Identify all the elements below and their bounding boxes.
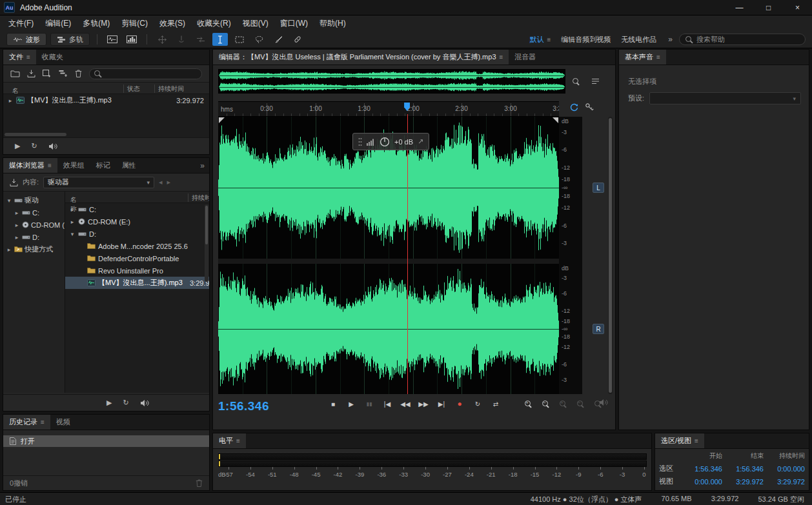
zoom-in-button[interactable]: + [522,398,534,410]
vertical-zoom-scrollbar[interactable] [608,117,613,394]
panel-menu-icon[interactable]: ≡ [236,437,240,444]
menu-item[interactable]: 剪辑(C) [116,16,154,31]
skip-selection-button[interactable]: ⇄ [489,398,502,410]
fade-out-handle[interactable] [553,117,558,123]
workspace-overflow-icon[interactable]: » [664,35,676,44]
workspace-menu-icon[interactable]: ≡ [547,36,551,43]
stop-button[interactable]: ■ [327,398,340,410]
tab-levels[interactable]: 电平 ≡ [213,433,246,448]
volume-knob-icon[interactable] [380,137,390,147]
expander-icon[interactable]: ▸ [14,210,20,216]
lasso-selection-tool[interactable] [251,33,267,46]
forward-icon[interactable]: ▸ [167,177,171,188]
column-duration[interactable]: 持续时间 [192,193,209,203]
media-row[interactable]: DefenderControlrPortable [65,252,209,264]
media-tree-item[interactable]: ▾驱动 [3,194,65,206]
preview-play-button[interactable]: ▶ [15,142,20,150]
waveform-editor-button[interactable]: 波形 [6,33,46,46]
time-value[interactable]: 1:56.346 [722,465,764,473]
zoom-out-point-button[interactable]: − [574,398,587,410]
range-zoom-icon[interactable] [569,75,582,87]
time-value[interactable]: 0:00.000 [764,465,805,473]
tab-essential-sound[interactable]: 基本声音 ≡ [619,50,666,64]
auto-play-speaker-icon[interactable] [48,141,58,152]
import-file-icon[interactable] [27,68,36,79]
play-button[interactable]: ▶ [345,398,358,410]
time-value[interactable]: 1:56.346 [681,465,722,473]
skip-to-end-button[interactable]: ▶| [435,398,448,410]
spot-healing-brush-tool[interactable] [290,33,305,46]
trash-icon[interactable] [75,68,82,79]
media-row[interactable]: ▾D: [65,228,209,240]
expander-icon[interactable]: ▾ [6,197,12,204]
time-value[interactable]: 0:00.000 [681,478,722,486]
insert-into-multitrack-icon[interactable] [59,68,68,79]
skip-to-start-button[interactable]: |◀ [381,398,394,410]
time-value[interactable]: 3:29.972 [722,478,764,486]
preview-loop-button[interactable]: ↻ [123,399,128,407]
history-item[interactable]: 打开 [3,435,209,447]
panel-menu-icon[interactable]: ≡ [656,54,660,61]
expander-icon[interactable]: ▸ [14,234,20,241]
playhead-time-display[interactable]: 1:56.346 [218,399,269,413]
horizontal-scrollbar[interactable] [5,133,66,136]
waveform-canvas[interactable] [218,117,559,394]
workspace-tab[interactable]: 编辑音频到视频 [556,35,616,45]
trash-icon[interactable] [196,478,203,488]
menu-item[interactable]: 窗口(W) [274,16,314,31]
media-tree-item[interactable]: ▸D: [3,231,65,243]
tab-媒体浏览器[interactable]: 媒体浏览器≡ [3,158,57,173]
tab-overflow-icon[interactable]: » [196,158,209,173]
paintbrush-selection-tool[interactable] [270,33,286,46]
import-icon[interactable] [10,177,18,188]
tab-selection-view[interactable]: 选区/视图 ≡ [655,433,704,448]
files-search-input[interactable] [89,68,202,79]
move-tool[interactable] [154,33,170,46]
minimize-button[interactable]: — [725,0,754,15]
gain-hud[interactable]: +0 dB ↗ [352,133,429,150]
marquee-selection-tool[interactable] [232,33,247,46]
zoom-out-button[interactable]: − [539,398,552,410]
media-row[interactable]: ▸C: [65,203,209,215]
preview-play-button[interactable]: ▶ [107,399,112,407]
menu-item[interactable]: 收藏夹(R) [191,16,237,31]
preview-loop-button[interactable]: ↻ [31,142,37,150]
media-tree-item[interactable]: ▸CD-ROM (E:) [3,219,65,231]
panel-menu-icon[interactable]: ≡ [48,162,52,169]
expander-icon[interactable]: ▸ [14,222,20,228]
tab-效果组[interactable]: 效果组 [57,158,90,173]
time-selection-tool[interactable] [212,33,228,46]
new-item-icon[interactable] [43,68,52,79]
loop-icon[interactable] [567,101,580,113]
tab-editor[interactable]: 编辑器：【MV】沒出息 Useless | 議會版 Parliament Ver… [213,50,509,64]
file-row[interactable]: ▸【MV】沒出息...王搏).mp33:29.972 [3,94,209,106]
menu-item[interactable]: 效果(S) [154,16,191,31]
tab-视频[interactable]: 视频 [50,415,76,430]
monitor-speaker-icon[interactable] [599,399,609,406]
media-row[interactable]: Adobe M...ncoder 2025 25.6 [65,240,209,252]
zoom-in-point-button[interactable]: + [556,398,569,410]
loop-playback-button[interactable]: ↻ [471,398,484,410]
expander-icon[interactable]: ▾ [69,231,76,237]
workspace-tab[interactable]: 默认≡ [524,35,556,45]
column-duration[interactable]: 持续时间 [158,84,184,94]
tab-mixer[interactable]: 混音器 [509,50,542,64]
show-spectrum-toggle[interactable] [124,33,139,46]
hud-gain-value[interactable]: +0 dB [394,138,413,146]
tab-属性[interactable]: 属性 [116,158,142,173]
hud-detach-icon[interactable]: ↗ [418,137,423,146]
overview-strip[interactable] [218,69,565,94]
channel-badge-l[interactable]: L [593,183,604,193]
channel-badge-r[interactable]: R [593,324,604,334]
key-icon[interactable] [583,101,596,113]
preset-select[interactable]: ▾ [649,92,801,104]
fade-in-handle[interactable] [219,117,225,123]
editor-options-icon[interactable] [589,75,602,87]
panel-menu-icon[interactable]: ≡ [695,437,698,444]
rewind-button[interactable]: ◀◀ [399,398,412,410]
show-waveform-toggle[interactable] [105,33,120,46]
expander-icon[interactable]: ▸ [69,219,76,225]
amplitude-ruler[interactable]: dB-3-3-6-6-12-12-18-18-∞dB-3-3-6-6-12-12… [559,117,582,394]
open-file-icon[interactable] [10,68,20,79]
pause-button[interactable]: ▮▮ [363,398,376,410]
